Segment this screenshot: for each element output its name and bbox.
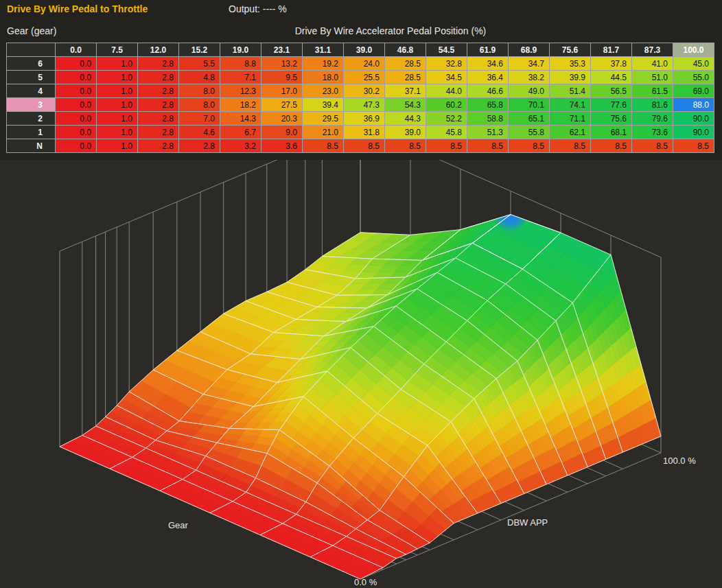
- cell-gear1-app100[interactable]: 90.0: [673, 126, 714, 139]
- cell-gear3-app7.5[interactable]: 1.0: [97, 98, 138, 112]
- cell-gear6-app7.5[interactable]: 1.0: [97, 57, 138, 71]
- cell-gear6-app31.1[interactable]: 19.2: [303, 57, 344, 71]
- cell-gear2-app23.1[interactable]: 20.3: [261, 112, 303, 126]
- cell-gear3-app100[interactable]: 88.0: [673, 98, 714, 112]
- cell-gear5-app0[interactable]: 0.0: [56, 71, 97, 84]
- cell-gear6-app68.9[interactable]: 34.7: [509, 57, 550, 71]
- row-header-gear-1[interactable]: 1: [7, 126, 56, 139]
- cell-gear3-app46.8[interactable]: 54.3: [385, 98, 426, 112]
- row-header-gear-3[interactable]: 3: [7, 98, 56, 112]
- cell-gear3-app23.1[interactable]: 27.5: [261, 98, 303, 112]
- cell-gear1-app54.5[interactable]: 45.8: [426, 126, 467, 139]
- cell-gearN-app7.5[interactable]: 1.0: [97, 139, 138, 153]
- cell-gear2-app46.8[interactable]: 44.3: [385, 112, 426, 126]
- cell-gear2-app68.9[interactable]: 65.1: [509, 112, 550, 126]
- cell-gear3-app81.7[interactable]: 77.6: [591, 98, 632, 112]
- cell-gearN-app46.8[interactable]: 8.5: [385, 139, 426, 153]
- cell-gearN-app87.3[interactable]: 8.5: [632, 139, 673, 153]
- cell-gear2-app12[interactable]: 2.8: [138, 112, 179, 126]
- col-header-23.1[interactable]: 23.1: [261, 43, 303, 57]
- surface-plot-pane[interactable]: Gear DBW APP 0.0 % 100.0 %: [0, 160, 722, 588]
- cell-gear1-app81.7[interactable]: 68.1: [591, 126, 632, 139]
- cell-gear5-app61.9[interactable]: 36.4: [467, 71, 509, 84]
- cell-gear2-app31.1[interactable]: 29.5: [303, 112, 344, 126]
- cell-gear2-app54.5[interactable]: 52.2: [426, 112, 467, 126]
- cell-gearN-app61.9[interactable]: 8.5: [467, 139, 509, 153]
- cell-gear1-app87.3[interactable]: 73.6: [632, 126, 673, 139]
- cell-gearN-app31.1[interactable]: 8.5: [303, 139, 344, 153]
- cell-gearN-app75.6[interactable]: 8.5: [550, 139, 591, 153]
- cell-gear1-app19[interactable]: 6.7: [220, 126, 261, 139]
- cell-gear4-app68.9[interactable]: 49.0: [509, 84, 550, 98]
- col-header-12[interactable]: 12.0: [138, 43, 179, 57]
- cell-gear4-app15.2[interactable]: 8.0: [179, 84, 220, 98]
- cell-gear5-app12[interactable]: 2.8: [138, 71, 179, 84]
- cell-gear4-app87.3[interactable]: 61.5: [632, 84, 673, 98]
- cell-gear2-app75.6[interactable]: 71.1: [550, 112, 591, 126]
- surface-plot[interactable]: [0, 160, 722, 588]
- cell-gear3-app31.1[interactable]: 39.4: [303, 98, 344, 112]
- col-header-81.7[interactable]: 81.7: [591, 43, 632, 57]
- cell-gear2-app15.2[interactable]: 7.0: [179, 112, 220, 126]
- cell-gear5-app15.2[interactable]: 4.8: [179, 71, 220, 84]
- cell-gear6-app15.2[interactable]: 5.5: [179, 57, 220, 71]
- cell-gear1-app31.1[interactable]: 21.0: [303, 126, 344, 139]
- row-header-gear-2[interactable]: 2: [7, 112, 56, 126]
- cell-gear4-app31.1[interactable]: 23.0: [303, 84, 344, 98]
- cell-gear1-app39[interactable]: 31.8: [344, 126, 385, 139]
- cell-gearN-app19[interactable]: 3.2: [220, 139, 261, 153]
- cell-gearN-app15.2[interactable]: 2.8: [179, 139, 220, 153]
- cell-gear3-app87.3[interactable]: 81.6: [632, 98, 673, 112]
- cell-gearN-app23.1[interactable]: 3.6: [261, 139, 303, 153]
- cell-gear5-app23.1[interactable]: 9.5: [261, 71, 303, 84]
- cell-gear5-app7.5[interactable]: 1.0: [97, 71, 138, 84]
- cell-gear6-app87.3[interactable]: 41.0: [632, 57, 673, 71]
- cell-gear4-app23.1[interactable]: 17.0: [261, 84, 303, 98]
- cell-gear5-app46.8[interactable]: 28.5: [385, 71, 426, 84]
- cell-gear4-app39[interactable]: 30.2: [344, 84, 385, 98]
- cell-gear5-app68.9[interactable]: 38.2: [509, 71, 550, 84]
- col-header-87.3[interactable]: 87.3: [632, 43, 673, 57]
- col-header-54.5[interactable]: 54.5: [426, 43, 467, 57]
- cell-gear6-app46.8[interactable]: 28.5: [385, 57, 426, 71]
- cell-gear1-app7.5[interactable]: 1.0: [97, 126, 138, 139]
- row-header-gear-4[interactable]: 4: [7, 84, 56, 98]
- cell-gearN-app12[interactable]: 2.8: [138, 139, 179, 153]
- cell-gear6-app39[interactable]: 24.0: [344, 57, 385, 71]
- cell-gear6-app61.9[interactable]: 34.6: [467, 57, 509, 71]
- col-header-39[interactable]: 39.0: [344, 43, 385, 57]
- col-header-75.6[interactable]: 75.6: [550, 43, 591, 57]
- cell-gear3-app75.6[interactable]: 74.1: [550, 98, 591, 112]
- cell-gear3-app15.2[interactable]: 8.0: [179, 98, 220, 112]
- cell-gear5-app31.1[interactable]: 18.0: [303, 71, 344, 84]
- cell-gear6-app23.1[interactable]: 13.2: [261, 57, 303, 71]
- cell-gear2-app87.3[interactable]: 79.6: [632, 112, 673, 126]
- cell-gear4-app12[interactable]: 2.8: [138, 84, 179, 98]
- col-header-31.1[interactable]: 31.1: [303, 43, 344, 57]
- cell-gear3-app19[interactable]: 18.2: [220, 98, 261, 112]
- cell-gearN-app54.5[interactable]: 8.5: [426, 139, 467, 153]
- cell-gear6-app54.5[interactable]: 32.8: [426, 57, 467, 71]
- cell-gear5-app75.6[interactable]: 39.9: [550, 71, 591, 84]
- cell-gear4-app0[interactable]: 0.0: [56, 84, 97, 98]
- cell-gear5-app100[interactable]: 55.0: [673, 71, 714, 84]
- cell-gear3-app61.9[interactable]: 65.8: [467, 98, 509, 112]
- cell-gear4-app54.5[interactable]: 44.0: [426, 84, 467, 98]
- cell-gear6-app0[interactable]: 0.0: [56, 57, 97, 71]
- cell-gear3-app39[interactable]: 47.3: [344, 98, 385, 112]
- cell-gear4-app81.7[interactable]: 56.5: [591, 84, 632, 98]
- col-header-68.9[interactable]: 68.9: [509, 43, 550, 57]
- cell-gear1-app46.8[interactable]: 39.0: [385, 126, 426, 139]
- col-header-46.8[interactable]: 46.8: [385, 43, 426, 57]
- cell-gear4-app61.9[interactable]: 46.6: [467, 84, 509, 98]
- row-header-gear-6[interactable]: 6: [7, 57, 56, 71]
- cell-gear5-app54.5[interactable]: 34.5: [426, 71, 467, 84]
- cell-gear4-app7.5[interactable]: 1.0: [97, 84, 138, 98]
- cell-gearN-app81.7[interactable]: 8.5: [591, 139, 632, 153]
- cell-gear4-app19[interactable]: 12.3: [220, 84, 261, 98]
- cell-gear5-app81.7[interactable]: 44.5: [591, 71, 632, 84]
- cell-gear4-app46.8[interactable]: 37.1: [385, 84, 426, 98]
- row-header-gear-N[interactable]: N: [7, 139, 56, 153]
- cell-gear3-app12[interactable]: 2.8: [138, 98, 179, 112]
- cell-gear5-app87.3[interactable]: 51.0: [632, 71, 673, 84]
